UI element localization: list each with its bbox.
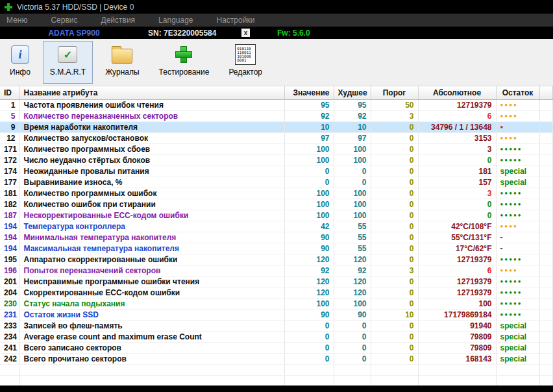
testing-button[interactable]: Тестирование bbox=[152, 41, 217, 84]
menu-item-settings[interactable]: Настройки bbox=[210, 16, 272, 25]
cell-value: 100 bbox=[284, 210, 334, 221]
cell-worst: 97 bbox=[334, 133, 371, 144]
cell-attribute-name: Аппаратно скорректированные ошибки bbox=[19, 254, 284, 265]
cell-absolute: 79809 bbox=[418, 343, 496, 354]
table-row[interactable]: 230Статус начала подыхания1001000100●●●●… bbox=[0, 299, 553, 310]
empty-cell bbox=[0, 365, 19, 376]
journals-folder-icon bbox=[112, 43, 132, 66]
cell-attribute-name: Попыток переназначений секторов bbox=[19, 265, 284, 276]
table-row[interactable]: 9Время наработки накопителя1010034796 / … bbox=[0, 122, 553, 133]
cell-threshold: 0 bbox=[371, 276, 418, 288]
cell-id: 194 bbox=[0, 221, 19, 232]
menu-item-menu[interactable]: Меню bbox=[0, 16, 44, 25]
empty-cell bbox=[0, 376, 19, 386]
table-row[interactable]: 12Количество запусков/остановок979703153… bbox=[0, 133, 553, 144]
cell-threshold: 0 bbox=[371, 122, 418, 133]
cell-filler bbox=[539, 288, 553, 299]
cell-health: ●●●● bbox=[496, 111, 539, 122]
cell-absolute: 168143 bbox=[418, 354, 496, 365]
cell-absolute: 17°C/62°F bbox=[418, 243, 496, 254]
title-bar: Victoria 5.37 HDD/SSD | Device 0 bbox=[0, 0, 553, 14]
cell-threshold: 0 bbox=[371, 321, 418, 332]
cell-id: 174 bbox=[0, 166, 19, 177]
table-row[interactable]: 174Неожиданные провалы питания000181spec… bbox=[0, 166, 553, 177]
table-row[interactable]: 177Выравнивание износа, %000157special bbox=[0, 177, 553, 188]
table-row[interactable]: 194Минимальная температура накопителя905… bbox=[0, 232, 553, 243]
cell-health: ●●●● bbox=[496, 133, 539, 144]
column-header-value[interactable]: Значение bbox=[284, 86, 334, 100]
cell-value: 95 bbox=[284, 100, 334, 111]
table-row[interactable]: 181Количество программных ошибок10010003… bbox=[0, 188, 553, 199]
cell-value: 90 bbox=[284, 243, 334, 254]
cross-shape bbox=[175, 46, 192, 63]
table-row[interactable]: 182Количество ошибок при стирании1001000… bbox=[0, 199, 553, 210]
cell-health: special bbox=[496, 354, 539, 365]
column-header-worst[interactable]: Худшее bbox=[334, 86, 371, 100]
cell-filler bbox=[539, 332, 553, 343]
cell-threshold: 0 bbox=[371, 177, 418, 188]
table-row[interactable]: 171Количество программных сбоев10010003●… bbox=[0, 144, 553, 155]
table-row[interactable]: 231Остаток жизни SSD90901017179869184●●●… bbox=[0, 310, 553, 321]
cell-worst: 55 bbox=[334, 221, 371, 232]
menu-item-language[interactable]: Language bbox=[152, 16, 210, 25]
cell-id: 182 bbox=[0, 199, 19, 210]
cell-absolute: 0 bbox=[418, 199, 496, 210]
journals-button[interactable]: Журналы bbox=[98, 41, 146, 84]
column-header-absolute[interactable]: Абсолютное bbox=[418, 86, 496, 100]
cell-attribute-name: Скорректированные ECC-кодом ошибки bbox=[19, 288, 284, 299]
table-row[interactable]: 196Попыток переназначений секторов929236… bbox=[0, 265, 553, 276]
cell-attribute-name: Остаток жизни SSD bbox=[19, 310, 284, 321]
empty-cell bbox=[496, 376, 539, 386]
table-row[interactable]: 172Число неудачно стёртых блоков10010000… bbox=[0, 155, 553, 166]
empty-cell bbox=[19, 376, 284, 386]
table-row[interactable]: 5Количество переназначенных секторов9292… bbox=[0, 111, 553, 122]
table-row[interactable]: 1Частота проявления ошибок чтения9595501… bbox=[0, 100, 553, 111]
column-header-name[interactable]: Название атрибута bbox=[19, 86, 284, 100]
table-row[interactable]: 242Всего прочитано секторов000168143spec… bbox=[0, 354, 553, 365]
cell-filler bbox=[539, 166, 553, 177]
close-icon[interactable]: x bbox=[241, 29, 250, 37]
cell-absolute: 17179869184 bbox=[418, 310, 496, 321]
cell-absolute: 3 bbox=[418, 188, 496, 199]
editor-button-label: Редактор bbox=[228, 67, 262, 77]
cell-attribute-name: Максимальная температура накопителя bbox=[19, 243, 284, 254]
cell-worst: 0 bbox=[334, 177, 371, 188]
cell-absolute: 34796 / 1 / 13648 bbox=[418, 122, 496, 133]
empty-cell bbox=[371, 365, 418, 376]
cell-absolute: 3 bbox=[418, 144, 496, 155]
table-row[interactable]: 195Аппаратно скорректированные ошибки120… bbox=[0, 254, 553, 265]
menu-item-service[interactable]: Сервис bbox=[44, 16, 94, 25]
cell-filler bbox=[539, 310, 553, 321]
table-row[interactable]: 241Всего записано секторов00079809specia… bbox=[0, 343, 553, 354]
cell-threshold: 0 bbox=[371, 332, 418, 343]
cell-id: 172 bbox=[0, 155, 19, 166]
cell-value: 92 bbox=[284, 265, 334, 276]
column-header-threshold[interactable]: Порог bbox=[371, 86, 418, 100]
menu-item-actions[interactable]: Действия bbox=[95, 16, 153, 25]
table-row[interactable]: 194Максимальная температура накопителя90… bbox=[0, 243, 553, 254]
smart-button[interactable]: ✓ S.M.A.R.T bbox=[43, 41, 93, 84]
bottom-bar bbox=[0, 386, 553, 392]
cell-worst: 10 bbox=[334, 122, 371, 133]
cell-worst: 55 bbox=[334, 243, 371, 254]
test-cross-icon bbox=[175, 43, 192, 66]
table-row[interactable]: 233Записей во флеш-память00091940special bbox=[0, 321, 553, 332]
empty-cell bbox=[19, 365, 284, 376]
table-row[interactable]: 234Average erase count and maximum erase… bbox=[0, 332, 553, 343]
table-row[interactable]: 194Температура контроллера4255042°C/108°… bbox=[0, 221, 553, 232]
editor-button[interactable]: 010110 110011 101000 0001 Редактор bbox=[221, 41, 269, 84]
table-row[interactable]: 201Неисправимые программные ошибки чтени… bbox=[0, 276, 553, 288]
cell-health: ●●●●● bbox=[496, 310, 539, 321]
cell-filler bbox=[539, 243, 553, 254]
cell-id: 231 bbox=[0, 310, 19, 321]
device-model[interactable]: ADATA SP900 bbox=[0, 29, 148, 38]
cell-health: - bbox=[496, 243, 539, 254]
info-glyph: i bbox=[11, 45, 29, 64]
column-header-id[interactable]: ID bbox=[0, 86, 19, 100]
column-header-health[interactable]: Остаток bbox=[496, 86, 539, 100]
cell-health: special bbox=[496, 177, 539, 188]
info-button[interactable]: i Инфо bbox=[3, 41, 38, 84]
table-row[interactable]: 187Нескорректированные ECC-кодом ошибки1… bbox=[0, 210, 553, 221]
cell-id: 1 bbox=[0, 100, 19, 111]
table-row[interactable]: 204Скорректированные ECC-кодом ошибки120… bbox=[0, 288, 553, 299]
